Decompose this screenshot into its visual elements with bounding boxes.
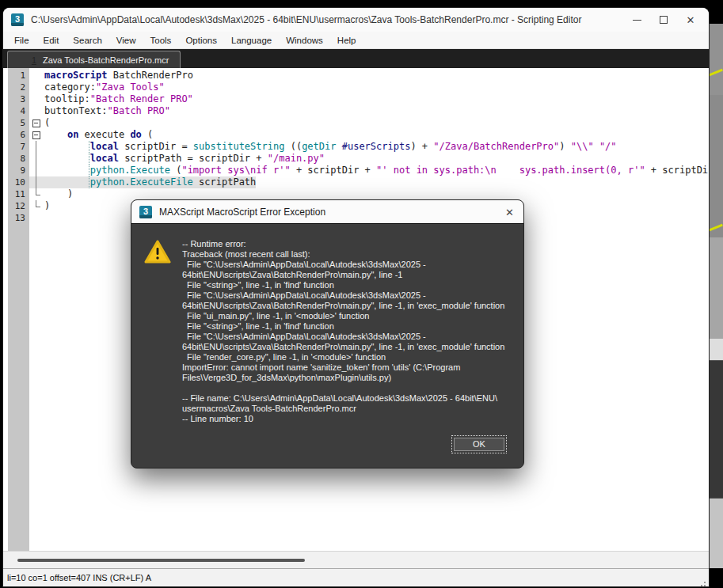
ok-button[interactable]: OK xyxy=(454,438,504,451)
line-number: 7 xyxy=(8,141,29,153)
window-title: C:\Users\Admin\AppData\Local\Autodesk\3d… xyxy=(31,14,623,25)
code-line-7[interactable]: 7 local scriptDir = substituteString ((g… xyxy=(3,141,709,153)
code-text: local scriptPath = scriptDir + "/main.py… xyxy=(44,153,325,165)
3dsmax-dialog-icon: 3 xyxy=(139,206,152,218)
code-line-5[interactable]: 5( xyxy=(3,117,709,129)
code-text: category:"Zava Tools" xyxy=(44,82,165,93)
menu-view[interactable]: View xyxy=(109,36,143,45)
line-number: 6 xyxy=(8,129,29,141)
fold-margin xyxy=(29,165,44,176)
code-line-3[interactable]: 3tooltip:"Batch Render PRO" xyxy=(3,93,709,105)
code-text: python.Execute ("import sys\nif r'" + sc… xyxy=(44,165,709,176)
tab-label: Zava Tools-BatchRenderPro.mcr xyxy=(43,55,169,65)
menu-tools[interactable]: Tools xyxy=(143,36,179,45)
menu-options[interactable]: Options xyxy=(178,36,224,45)
line-number: 11 xyxy=(8,188,29,200)
fold-margin xyxy=(29,212,44,224)
fold-toggle-icon[interactable] xyxy=(29,117,44,129)
menu-language[interactable]: Language xyxy=(224,36,279,45)
line-number: 4 xyxy=(8,105,29,117)
dialog-body: -- Runtime error: Traceback (most recent… xyxy=(131,224,523,469)
status-bar: li=10 co=1 offset=407 INS (CR+LF) A xyxy=(3,568,709,586)
line-number: 13 xyxy=(8,212,29,224)
fold-margin xyxy=(29,188,44,200)
line-number: 5 xyxy=(8,117,29,129)
bg-strip-segment xyxy=(709,95,723,237)
menu-windows[interactable]: Windows xyxy=(279,36,330,45)
tab-zava-tools-batchrenderpro[interactable]: 1 Zava Tools-BatchRenderPro.mcr xyxy=(7,51,181,68)
code-line-2[interactable]: 2category:"Zava Tools" xyxy=(3,82,709,93)
line-number: 10 xyxy=(8,176,29,188)
tab-number: 1 xyxy=(19,55,40,65)
maximize-icon xyxy=(660,16,668,24)
line-number: 3 xyxy=(8,93,29,105)
status-text: li=10 co=1 offset=407 INS (CR+LF) A xyxy=(7,573,151,582)
code-text: python.ExecuteFile scriptPath xyxy=(44,176,256,188)
menu-search[interactable]: Search xyxy=(66,36,108,45)
code-text: local scriptDir = substituteString ((get… xyxy=(44,141,617,153)
code-text: buttonText:"Batch PRO" xyxy=(44,105,170,117)
line-number: 2 xyxy=(8,82,29,93)
ok-button-focus-ring: OK xyxy=(451,435,507,453)
fold-margin xyxy=(29,200,44,212)
tab-bar: 1 Zava Tools-BatchRenderPro.mcr xyxy=(3,49,709,68)
code-line-8[interactable]: 8 local scriptPath = scriptDir + "/main.… xyxy=(3,153,709,165)
dialog-close-button[interactable] xyxy=(505,205,514,219)
code-line-6[interactable]: 6 on execute do ( xyxy=(3,129,709,141)
code-text: tooltip:"Batch Render PRO" xyxy=(44,93,193,105)
bg-strip-segment xyxy=(709,237,723,339)
minimize-button[interactable] xyxy=(623,8,650,32)
maximize-button[interactable] xyxy=(650,8,677,32)
code-text: ) xyxy=(44,200,50,212)
code-line-9[interactable]: 9 python.Execute ("import sys\nif r'" + … xyxy=(3,165,709,176)
error-message: -- Runtime error: Traceback (most recent… xyxy=(182,239,504,424)
code-text: ( xyxy=(44,117,50,129)
dialog-title-bar[interactable]: 3 MAXScript MacroScript Error Exception xyxy=(131,200,523,224)
fold-margin xyxy=(29,70,44,82)
fold-margin xyxy=(29,105,44,117)
line-number: 12 xyxy=(8,200,29,212)
fold-margin xyxy=(29,153,44,165)
code-text: macroScript BatchRenderPro xyxy=(44,70,193,82)
warning-icon xyxy=(144,240,171,267)
fold-margin xyxy=(29,141,44,153)
title-bar[interactable]: 3 C:\Users\Admin\AppData\Local\Autodesk\… xyxy=(3,8,709,32)
code-line-11[interactable]: 11 ) xyxy=(3,188,709,200)
close-button[interactable] xyxy=(677,8,704,32)
fold-margin xyxy=(29,82,44,93)
line-number: 9 xyxy=(8,165,29,176)
maxscript-error-dialog: 3 MAXScript MacroScript Error Exception … xyxy=(131,199,524,469)
bg-strip-segment xyxy=(709,339,723,360)
horizontal-scrollbar-thumb[interactable] xyxy=(17,559,305,562)
bg-strip-segment xyxy=(709,360,723,499)
fold-margin xyxy=(29,176,44,188)
horizontal-scrollbar[interactable] xyxy=(3,551,709,568)
fold-toggle-icon[interactable] xyxy=(29,129,44,141)
code-text: on execute do ( xyxy=(44,129,153,141)
code-line-4[interactable]: 4buttonText:"Batch PRO" xyxy=(3,105,709,117)
menu-bar: FileEditSearchViewToolsOptionsLanguageWi… xyxy=(3,32,709,49)
line-number: 1 xyxy=(8,70,29,82)
code-line-10[interactable]: 10 python.ExecuteFile scriptPath xyxy=(3,176,709,188)
3dsmax-app-icon: 3 xyxy=(11,13,24,26)
menu-file[interactable]: File xyxy=(7,36,36,45)
fold-margin xyxy=(29,93,44,105)
bg-strip-segment xyxy=(709,499,723,568)
line-number: 8 xyxy=(8,153,29,165)
resize-grip-icon[interactable] xyxy=(704,582,706,583)
bg-strip-segment xyxy=(709,24,723,95)
code-line-1[interactable]: 1macroScript BatchRenderPro xyxy=(3,70,709,82)
minimize-icon xyxy=(633,20,641,21)
menu-help[interactable]: Help xyxy=(330,36,363,45)
menu-edit[interactable]: Edit xyxy=(36,36,67,45)
code-text: ) xyxy=(44,188,73,200)
dialog-title: MAXScript MacroScript Error Exception xyxy=(159,207,498,218)
